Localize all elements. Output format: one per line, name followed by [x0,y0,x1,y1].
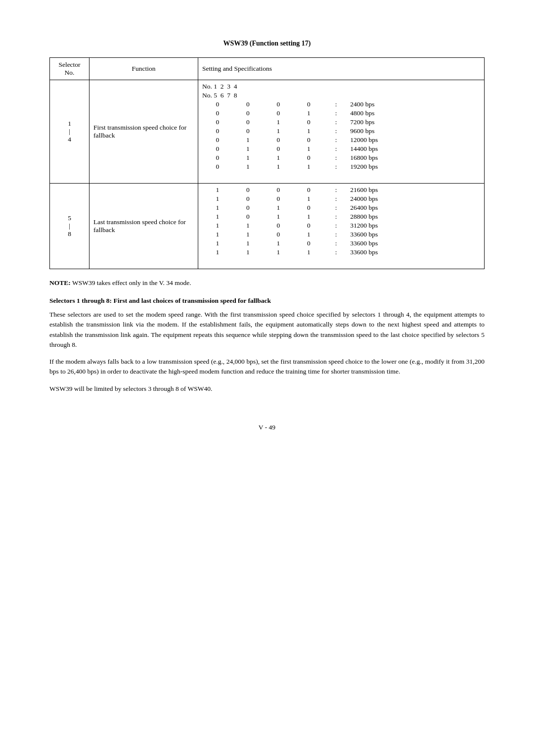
note-text: WSW39 takes effect only in the V. 34 mod… [72,279,191,286]
speed-row-4: 0011:9600 bps [202,127,480,136]
selector-num-bottom-2: 8 [54,230,85,238]
paragraph-2: If the modem always falls back to a low … [49,357,485,377]
selector-bar-2: | [54,222,85,230]
speed-row-11: 1010:26400 bps [202,203,480,212]
speed-row-14: 1101:33600 bps [202,230,480,239]
speed-row-12: 1011:28800 bps [202,212,480,221]
speed-row-3: 0010:7200 bps [202,118,480,127]
paragraph-3: WSW39 will be limited by selectors 3 thr… [49,384,485,394]
speed-row-1: 0000:2400 bps [202,100,480,109]
selector-1-4: 1 | 4 [50,80,89,184]
table-row-2: 5 | 8 Last transmission speed choice for… [50,184,485,269]
selector-num-top-2: 5 [54,214,85,222]
speed-row-10: 1001:24000 bps [202,194,480,203]
main-table: SelectorNo. Function Setting and Specifi… [49,57,485,269]
speed-row-6: 0101:14400 bps [202,144,480,153]
col-header-settings: Setting and Specifications [198,58,485,80]
col-header-selector: SelectorNo. [50,58,89,80]
selector-5-8: 5 | 8 [50,184,89,269]
function-first: First transmission speed choice for fall… [89,80,198,184]
settings-last: 1000:21600 bps 1001:24000 bps 1010:26400… [198,184,485,269]
table-row-1: 1 | 4 First transmission speed choice fo… [50,80,485,184]
col-no-header-2: No. 5 6 7 8 [202,91,480,100]
speed-row-7: 0110:16800 bps [202,153,480,162]
speed-row-2: 0001:4800 bps [202,109,480,118]
col-num-row-1: No. 1 2 3 4 [202,82,480,91]
selector-num-bottom: 4 [54,136,85,143]
section-heading: Selectors 1 through 8: First and last ch… [49,297,485,305]
col-no-header-1: No. 1 2 3 4 [202,82,480,91]
function-last: Last transmission speed choice for fallb… [89,184,198,269]
page-title: WSW39 (Function setting 17) [49,40,485,47]
col-header-function: Function [89,58,198,80]
speed-row-5: 0100:12000 bps [202,136,480,144]
paragraph-1: These selectors are used to set the mode… [49,310,485,350]
speed-row-15: 1110:33600 bps [202,239,480,248]
page-footer: V - 49 [49,424,485,431]
settings-inner-table-1: No. 1 2 3 4 No. 5 6 7 8 0000:2400 bps 00… [202,82,480,171]
speed-row-8: 0111:19200 bps [202,162,480,171]
speed-row-16: 1111:33600 bps [202,248,480,257]
selector-bar: | [54,128,85,136]
settings-inner-table-2: 1000:21600 bps 1001:24000 bps 1010:26400… [202,186,480,257]
speed-row-9: 1000:21600 bps [202,186,480,194]
selector-num-top: 1 [54,120,85,128]
note-line: NOTE: WSW39 takes effect only in the V. … [49,279,485,287]
note-label: NOTE: [49,279,71,286]
speed-row-13: 1100:31200 bps [202,221,480,230]
col-num-row-2: No. 5 6 7 8 [202,91,480,100]
settings-first: No. 1 2 3 4 No. 5 6 7 8 0000:2400 bps 00… [198,80,485,184]
